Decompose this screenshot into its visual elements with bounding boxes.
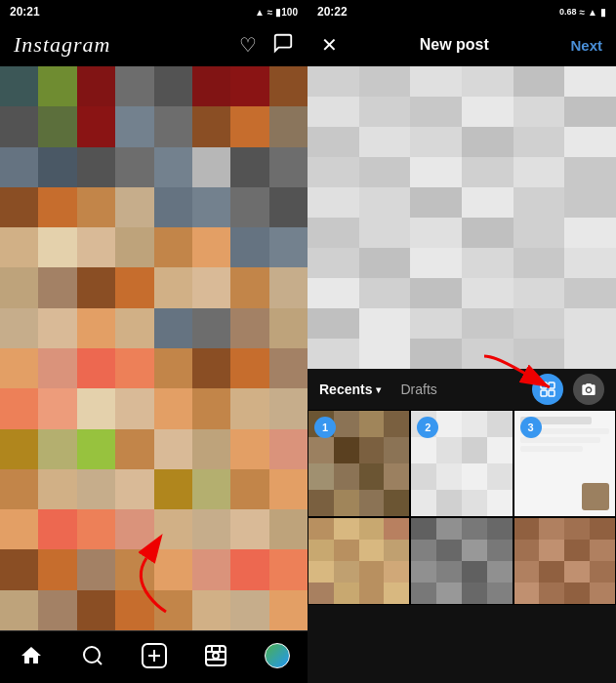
pixel — [0, 348, 38, 388]
pixel — [38, 227, 76, 267]
p — [462, 127, 513, 157]
pixel — [269, 509, 308, 549]
p — [308, 278, 359, 308]
p — [359, 187, 411, 218]
pixel — [115, 66, 153, 106]
pixel — [38, 187, 76, 227]
p — [308, 218, 359, 248]
thumbnail-row-1: 1 — [308, 410, 616, 517]
p — [410, 278, 462, 308]
thumbnail-1[interactable]: 1 — [308, 410, 410, 517]
pixel — [230, 590, 268, 630]
p — [513, 218, 565, 248]
reels-nav-button[interactable] — [196, 636, 235, 675]
pixel — [230, 66, 268, 106]
pixel — [0, 388, 38, 428]
pixel — [192, 267, 230, 307]
p — [462, 187, 513, 218]
thumbnail-5[interactable] — [410, 517, 513, 605]
pixel — [115, 429, 153, 469]
p — [513, 66, 565, 97]
heart-icon[interactable]: ♡ — [239, 33, 257, 57]
pixel — [115, 388, 153, 428]
pixel — [154, 227, 192, 267]
pixel — [115, 348, 153, 388]
pixel — [77, 509, 115, 549]
p — [564, 187, 616, 218]
home-nav-button[interactable] — [12, 636, 51, 675]
pixel — [77, 187, 115, 227]
pixel — [230, 429, 268, 469]
camera-switch-button[interactable] — [573, 374, 604, 405]
pixel — [77, 388, 115, 428]
signal-icon: ▲ — [588, 7, 597, 18]
pixel — [230, 106, 268, 146]
pixel — [192, 469, 230, 509]
thumbnail-2[interactable]: 2 — [410, 410, 513, 517]
pixel — [38, 348, 76, 388]
p — [513, 97, 565, 127]
p — [410, 308, 462, 339]
pixel — [0, 509, 38, 549]
pixel — [0, 469, 38, 509]
left-phone: 20:21 ▲ ≈ ▮100 Instagram ♡ — [0, 0, 308, 683]
pixel — [269, 106, 308, 146]
pixel — [269, 187, 308, 227]
pixel-feed — [0, 66, 308, 630]
p — [308, 339, 359, 369]
p — [410, 218, 462, 248]
p — [359, 97, 411, 127]
pixel — [115, 187, 153, 227]
recents-button[interactable]: Recents ▾ — [319, 382, 381, 397]
chevron-down-icon: ▾ — [376, 384, 381, 395]
add-post-button[interactable] — [135, 636, 174, 675]
messenger-icon[interactable] — [272, 32, 294, 59]
left-red-arrow — [137, 548, 195, 621]
p — [308, 127, 359, 157]
left-time: 20:21 — [10, 5, 40, 19]
thumbnail-badge-3: 3 — [520, 417, 542, 438]
signal-icon: ▲ — [255, 7, 265, 18]
pixel — [269, 469, 308, 509]
thumbnail-4[interactable] — [308, 517, 410, 605]
right-red-arrow — [479, 346, 557, 409]
pixel — [38, 66, 76, 106]
pixel — [77, 66, 115, 106]
pixel — [77, 106, 115, 146]
pixel — [154, 187, 192, 227]
pixel — [38, 308, 76, 348]
pixel — [38, 590, 76, 630]
p — [359, 339, 411, 369]
p — [513, 248, 565, 278]
p — [564, 127, 616, 157]
p — [462, 66, 513, 97]
pixel — [0, 429, 38, 469]
next-button[interactable]: Next — [570, 37, 602, 54]
pixel — [38, 469, 76, 509]
pixel — [154, 509, 192, 549]
pixel — [192, 388, 230, 428]
pixel — [269, 66, 308, 106]
pixel — [269, 348, 308, 388]
pixel — [77, 469, 115, 509]
p — [359, 278, 411, 308]
close-button[interactable]: ✕ — [321, 33, 338, 57]
pixel — [230, 187, 268, 227]
pixel — [115, 469, 153, 509]
p — [308, 248, 359, 278]
p — [359, 248, 411, 278]
search-nav-button[interactable] — [73, 636, 112, 675]
thumbnail-3[interactable]: 3 — [513, 410, 616, 517]
pixel — [192, 348, 230, 388]
profile-nav-button[interactable] — [258, 636, 297, 675]
pixel — [269, 549, 308, 589]
p — [513, 187, 565, 218]
pixel — [77, 267, 115, 307]
ig-header-icons: ♡ — [239, 32, 294, 59]
p — [308, 66, 359, 97]
p — [410, 66, 462, 97]
pixel — [154, 267, 192, 307]
drafts-button[interactable]: Drafts — [400, 382, 436, 397]
pixel — [38, 429, 76, 469]
thumbnail-6[interactable] — [513, 517, 616, 605]
